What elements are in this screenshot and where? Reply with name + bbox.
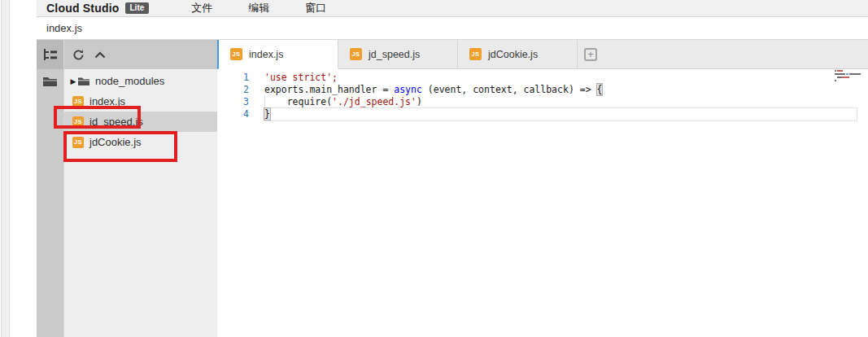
explorer-tree-button[interactable]	[37, 40, 63, 69]
tree-item-label: index.js	[89, 95, 125, 107]
line-number: 1	[217, 72, 264, 84]
code-line-1[interactable]: 1'use strict';	[217, 72, 868, 84]
token-bracket-match: }	[264, 108, 270, 120]
tab-label: jd_speed.js	[369, 49, 420, 60]
app-frame: Cloud Studio Lite 文件编辑窗口 index.js	[37, 0, 868, 337]
minimap-line	[835, 80, 865, 81]
refresh-icon[interactable]	[72, 49, 85, 61]
cloud-studio-window: Cloud Studio Lite 文件编辑窗口 index.js	[0, 0, 868, 337]
tree-item-label: node_modules	[95, 75, 164, 87]
js-file-icon: JS	[72, 116, 84, 128]
code-text: 'use strict';	[264, 72, 857, 84]
minimap[interactable]	[835, 70, 865, 83]
code-text: exports.main_handler = async (event, con…	[264, 84, 857, 96]
collapse-up-icon[interactable]	[94, 51, 106, 59]
minimap-segment	[837, 70, 843, 72]
menu-item-edit[interactable]: 编辑	[230, 1, 287, 15]
tab-jd_speed.js[interactable]: JSjd_speed.js	[338, 40, 458, 68]
line-number: 3	[217, 96, 264, 108]
list-tree-icon	[43, 48, 58, 61]
tree-item-label: jdCookie.js	[89, 136, 142, 148]
js-file-icon: JS	[230, 48, 242, 60]
tab-label: jdCookie.js	[488, 49, 538, 60]
minimap-segment	[849, 73, 861, 75]
tab-label: index.js	[249, 49, 283, 60]
js-file-icon: JS	[350, 48, 362, 60]
token-plain: (event, context, callback) =>	[422, 84, 597, 95]
js-file-icon: JS	[72, 137, 84, 148]
minimap-line	[835, 70, 865, 72]
page-left-strip	[1, 0, 10, 337]
tree-item-node_modules[interactable]: ▶node_modules	[64, 71, 217, 91]
token-keyword: async	[394, 84, 422, 95]
breadcrumb: index.js	[46, 22, 82, 34]
code-text: require('./jd_speed.js')	[264, 96, 857, 108]
menu-item-file[interactable]: 文件	[173, 1, 230, 15]
tree-item-label: jd_speed.js	[89, 116, 143, 128]
activity-bar	[37, 40, 63, 337]
js-file-icon: JS	[469, 48, 482, 60]
lite-badge: Lite	[125, 2, 150, 14]
explorer-toolbar	[64, 40, 217, 69]
editor-group: JSindex.jsJSjd_speed.jsJSjdCookie.js+ 1'…	[217, 40, 868, 337]
tree-item-index.js[interactable]: JSindex.js	[64, 91, 217, 112]
file-tree: ▶node_modulesJSindex.jsJSjd_speed.jsJSjd…	[64, 69, 217, 337]
app-logo: Cloud Studio	[46, 2, 120, 15]
token-plain: require(	[264, 96, 332, 107]
code-line-3[interactable]: 3 require('./jd_speed.js')	[217, 96, 868, 108]
minimap-line	[835, 77, 865, 78]
folder-icon	[42, 76, 58, 87]
breadcrumb-row: index.js	[37, 17, 868, 40]
tab-bar: JSindex.jsJSjd_speed.jsJSjdCookie.js+	[217, 40, 868, 69]
code-editor[interactable]: 1'use strict';2exports.main_handler = as…	[217, 69, 868, 337]
tab-jdCookie.js[interactable]: JSjdCookie.js	[458, 40, 578, 68]
minimap-segment	[842, 77, 849, 78]
js-file-icon: JS	[72, 96, 84, 107]
code-text: }	[264, 108, 857, 120]
folder-icon	[78, 77, 89, 86]
token-string: './jd_speed.js'	[332, 96, 417, 107]
file-explorer-sidebar: ▶node_modulesJSindex.jsJSjd_speed.jsJSjd…	[63, 40, 217, 337]
minimap-line	[835, 73, 865, 75]
folder-panel-button[interactable]	[37, 69, 63, 94]
minimap-segment	[835, 80, 836, 81]
main-area: ▶node_modulesJSindex.jsJSjd_speed.jsJSjd…	[37, 40, 868, 337]
line-number: 2	[217, 84, 264, 96]
line-number: 4	[217, 108, 264, 120]
token-string: 'use strict';	[264, 72, 338, 83]
token-bracket-match: {	[597, 84, 603, 95]
token-plain: exports.main_handler =	[264, 84, 394, 95]
collapsed-arrow-icon[interactable]: ▶	[68, 77, 78, 85]
new-tab-button[interactable]: +	[584, 48, 597, 61]
tab-index.js[interactable]: JSindex.js	[219, 40, 338, 69]
code-line-4[interactable]: 4}	[217, 108, 868, 120]
token-plain: )	[417, 96, 422, 107]
code-line-2[interactable]: 2exports.main_handler = async (event, co…	[217, 84, 868, 96]
tree-item-jd_speed.js[interactable]: JSjd_speed.js	[64, 112, 217, 132]
menu-bar: 文件编辑窗口	[173, 1, 344, 15]
tree-item-jdCookie.js[interactable]: JSjdCookie.js	[64, 132, 217, 152]
indent-guide	[264, 96, 265, 108]
top-menu-bar: Cloud Studio Lite 文件编辑窗口	[37, 0, 868, 17]
minimap-segment	[835, 73, 845, 75]
menu-item-window[interactable]: 窗口	[287, 1, 344, 15]
